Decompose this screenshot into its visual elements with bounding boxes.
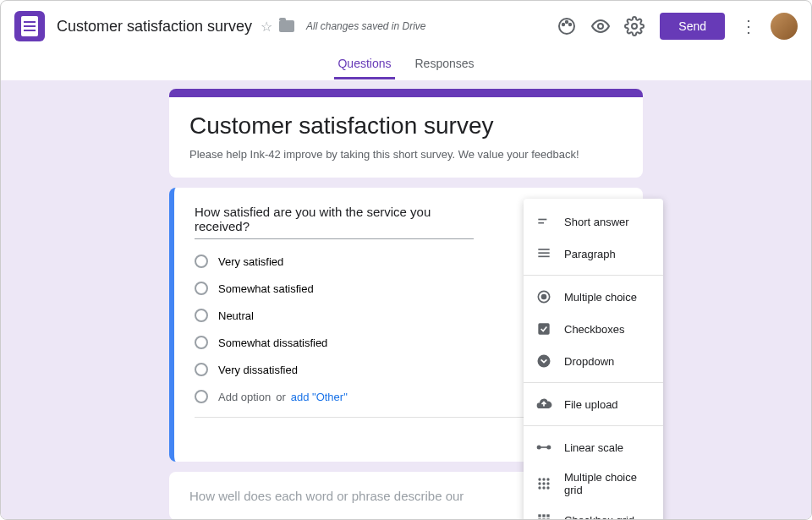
- canvas: Customer satisfaction survey Please help…: [1, 80, 811, 519]
- tabs: Questions Responses: [1, 52, 811, 80]
- preview-icon[interactable]: [590, 16, 611, 36]
- radio-icon: [535, 288, 552, 305]
- menu-label: Linear scale: [564, 441, 623, 454]
- option-label[interactable]: Somewhat dissatisfied: [218, 337, 327, 349]
- svg-point-21: [546, 478, 549, 480]
- svg-point-20: [542, 478, 545, 480]
- linear-scale-icon: [535, 439, 552, 456]
- menu-label: Dropdown: [564, 355, 614, 368]
- grid-dots-icon: [535, 475, 552, 492]
- svg-point-26: [542, 486, 545, 489]
- or-text: or: [276, 391, 286, 403]
- short-answer-icon: [535, 213, 552, 230]
- menu-label: Checkbox grid: [564, 514, 634, 520]
- svg-rect-32: [542, 518, 545, 519]
- type-checkbox-grid[interactable]: Checkbox grid: [524, 504, 663, 519]
- svg-point-23: [542, 482, 545, 484]
- svg-point-17: [538, 446, 540, 448]
- star-icon[interactable]: ☆: [261, 19, 272, 35]
- svg-rect-29: [542, 514, 545, 517]
- option-label[interactable]: Somewhat satisfied: [218, 282, 314, 295]
- type-file-upload[interactable]: File upload: [524, 388, 663, 420]
- add-option-button[interactable]: Add option: [218, 391, 271, 403]
- svg-point-2: [566, 21, 568, 23]
- form-title[interactable]: Customer satisfaction survey: [189, 112, 623, 140]
- palette-icon[interactable]: [557, 16, 577, 36]
- svg-point-25: [538, 486, 540, 489]
- type-checkboxes[interactable]: Checkboxes: [524, 313, 663, 345]
- settings-icon[interactable]: [624, 16, 645, 36]
- forms-logo-icon[interactable]: [14, 11, 45, 41]
- type-linear-scale[interactable]: Linear scale: [524, 431, 663, 463]
- radio-icon: [195, 255, 208, 268]
- type-multiple-choice-grid[interactable]: Multiple choice grid: [524, 463, 663, 504]
- menu-label: File upload: [564, 398, 618, 411]
- type-paragraph[interactable]: Paragraph: [524, 238, 663, 270]
- doc-title[interactable]: Customer satisfaction survey: [57, 18, 252, 36]
- add-other-button[interactable]: add "Other": [291, 391, 348, 403]
- svg-rect-28: [538, 514, 540, 517]
- type-dropdown[interactable]: Dropdown: [524, 345, 663, 377]
- tab-responses[interactable]: Responses: [412, 52, 478, 79]
- menu-label: Multiple choice grid: [564, 471, 651, 496]
- svg-point-4: [598, 24, 603, 29]
- svg-point-22: [538, 482, 540, 484]
- grid-squares-icon: [535, 512, 552, 519]
- svg-rect-14: [538, 323, 549, 334]
- menu-label: Short answer: [564, 216, 629, 228]
- svg-point-19: [538, 478, 540, 480]
- save-status: All changes saved in Drive: [306, 20, 425, 32]
- svg-rect-31: [538, 518, 540, 519]
- radio-icon: [195, 282, 208, 295]
- question-type-menu: Short answer Paragraph Multiple choice C…: [524, 199, 663, 519]
- question-title-input[interactable]: How satisfied are you with the service y…: [195, 205, 474, 239]
- question-title-input[interactable]: How well does each word or phrase descri…: [189, 489, 464, 503]
- menu-separator: [524, 425, 663, 426]
- svg-point-13: [541, 294, 547, 300]
- upload-icon: [535, 396, 552, 413]
- option-label[interactable]: Very dissatisfied: [218, 364, 298, 376]
- tab-questions[interactable]: Questions: [334, 52, 394, 79]
- menu-label: Checkboxes: [564, 323, 625, 336]
- type-multiple-choice[interactable]: Multiple choice: [524, 281, 663, 313]
- folder-icon[interactable]: [279, 20, 294, 32]
- svg-rect-33: [546, 518, 549, 519]
- menu-separator: [524, 275, 663, 276]
- form-header-card[interactable]: Customer satisfaction survey Please help…: [169, 89, 643, 178]
- avatar[interactable]: [771, 13, 798, 40]
- svg-point-15: [538, 355, 551, 368]
- menu-separator: [524, 382, 663, 383]
- svg-point-5: [632, 24, 637, 29]
- dropdown-icon: [535, 353, 552, 369]
- form-description[interactable]: Please help Ink-42 improve by taking thi…: [189, 148, 623, 161]
- radio-icon: [195, 336, 208, 349]
- option-label[interactable]: Neutral: [218, 309, 254, 322]
- svg-point-1: [562, 24, 564, 25]
- radio-icon: [195, 309, 208, 322]
- paragraph-icon: [535, 245, 552, 262]
- header: Customer satisfaction survey ☆ All chang…: [1, 1, 811, 52]
- radio-icon: [195, 363, 208, 376]
- svg-point-18: [547, 446, 550, 448]
- checkbox-icon: [535, 320, 552, 337]
- radio-icon: [195, 390, 208, 403]
- type-short-answer[interactable]: Short answer: [524, 205, 663, 238]
- svg-point-24: [546, 482, 549, 484]
- send-button[interactable]: Send: [660, 13, 725, 40]
- svg-point-3: [569, 24, 571, 25]
- menu-label: Paragraph: [564, 248, 616, 260]
- svg-point-27: [546, 486, 549, 489]
- svg-rect-30: [546, 514, 549, 517]
- more-icon[interactable]: ⋮: [740, 16, 757, 36]
- option-label[interactable]: Very satisfied: [218, 255, 283, 268]
- menu-label: Multiple choice: [564, 291, 637, 304]
